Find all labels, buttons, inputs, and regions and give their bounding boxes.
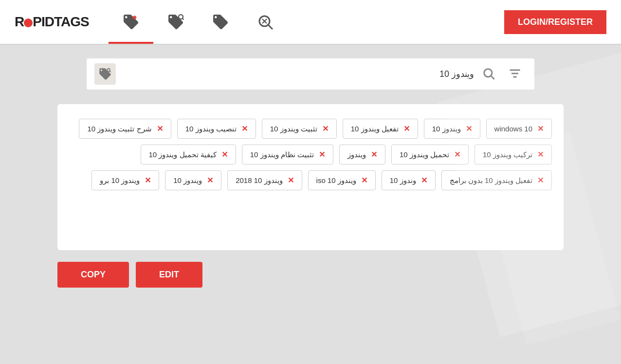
tag-item[interactable]: ✕ويندوز 10 <box>165 170 221 190</box>
tag-label: ويندوز 10 <box>173 176 202 185</box>
action-buttons: COPY EDIT <box>57 262 564 288</box>
tags-grid: ✕windows 10✕ويندوز 10✕تفعيل ويندوز 10✕تث… <box>69 119 552 190</box>
tag-remove-icon[interactable]: ✕ <box>403 124 410 133</box>
tag-label: تثبيت ويندوز 10 <box>270 125 317 133</box>
tag-item[interactable]: ✕تفعيل ويندوز 10 <box>343 119 418 139</box>
tag-item[interactable]: ✕تحميل ويندوز 10 <box>391 145 469 164</box>
tag-label: windows 10 <box>494 125 532 133</box>
tag-label: تحميل ويندوز 10 <box>400 150 449 159</box>
svg-point-8 <box>484 69 492 76</box>
tag-item[interactable]: ✕وندوز 10 <box>382 170 436 190</box>
tag-label: تفعيل ويندوز 10 <box>351 125 399 133</box>
nav-item-tag-generator[interactable] <box>109 0 153 44</box>
svg-point-0 <box>132 16 136 19</box>
tag-remove-icon[interactable]: ✕ <box>207 176 213 185</box>
tag-remove-icon[interactable]: ✕ <box>322 124 329 133</box>
main-content: ✕windows 10✕ويندوز 10✕تفعيل ويندوز 10✕تث… <box>0 44 621 364</box>
svg-text:↑: ↑ <box>222 16 224 21</box>
tag-label: وندوز 10 <box>390 176 416 185</box>
nav-item-tag-rank[interactable]: ↑ <box>198 0 243 44</box>
tag-item[interactable]: ✕تركيب ويندوز 10 <box>475 145 552 164</box>
tag-item[interactable]: ✕ويندوز 10 2018 <box>227 170 302 190</box>
tag-label: ويندوز <box>347 150 366 159</box>
tag-item[interactable]: ✕تثبيت ويندوز 10 <box>262 119 337 139</box>
tag-remove-icon[interactable]: ✕ <box>319 150 325 159</box>
tag-remove-icon[interactable]: ✕ <box>421 176 427 185</box>
tag-label: ويندوز 10 iso <box>316 176 356 185</box>
tag-item[interactable]: ✕windows 10 <box>486 119 552 139</box>
tag-remove-icon[interactable]: ✕ <box>466 124 472 133</box>
tag-label: كيفية تحميل ويندوز 10 <box>149 150 217 159</box>
tag-remove-icon[interactable]: ✕ <box>288 176 294 185</box>
svg-line-9 <box>491 76 494 79</box>
logo: RPIDTAGS <box>15 14 89 30</box>
tag-label: ويندوز 10 <box>432 125 461 133</box>
tag-label: تركيب ويندوز 10 <box>483 150 532 159</box>
tag-item[interactable]: ✕تثبيت نظام ويندوز 10 <box>242 145 333 164</box>
tag-remove-icon[interactable]: ✕ <box>221 150 228 159</box>
tag-item[interactable]: ✕ويندوز 10 iso <box>308 170 376 190</box>
tag-remove-icon[interactable]: ✕ <box>537 176 544 185</box>
tag-label: ويندوز 10 2018 <box>236 176 282 185</box>
tag-remove-icon[interactable]: ✕ <box>371 150 377 159</box>
tag-item[interactable]: ✕ويندوز 10 برو <box>91 170 159 190</box>
svg-line-7 <box>110 71 110 72</box>
search-bar <box>87 58 534 90</box>
tag-label: ويندوز 10 برو <box>100 176 140 185</box>
tag-item[interactable]: ✕تنصيب ويندوز 10 <box>177 119 256 139</box>
login-register-button[interactable]: LOGIN/REGISTER <box>504 10 606 34</box>
header: RPIDTAGS ↑ <box>0 0 621 44</box>
tag-item[interactable]: ✕ويندوز <box>339 145 385 164</box>
edit-button[interactable]: EDIT <box>136 262 202 288</box>
tag-remove-icon[interactable]: ✕ <box>145 176 151 185</box>
tag-remove-icon[interactable]: ✕ <box>361 176 367 185</box>
tag-item[interactable]: ✕كيفية تحميل ويندوز 10 <box>141 145 236 164</box>
search-button[interactable] <box>480 65 497 84</box>
tag-remove-icon[interactable]: ✕ <box>537 124 544 133</box>
tag-item[interactable]: ✕تفعيل ويندوز 10 بدون برامج <box>441 170 552 190</box>
filter-button[interactable] <box>503 65 527 84</box>
logo-icon <box>24 18 33 27</box>
nav-item-tag-extractor[interactable] <box>153 0 198 44</box>
tag-remove-icon[interactable]: ✕ <box>157 124 163 133</box>
tag-label: تفعيل ويندوز 10 بدون برامج <box>450 176 532 185</box>
search-input[interactable] <box>122 69 474 79</box>
nav-item-search-rank[interactable] <box>243 0 288 44</box>
tag-remove-icon[interactable]: ✕ <box>454 150 460 159</box>
tag-label: تثبيت نظام ويندوز 10 <box>250 150 314 159</box>
tags-container: ✕windows 10✕ويندوز 10✕تفعيل ويندوز 10✕تث… <box>57 104 564 250</box>
search-mode-icon[interactable] <box>94 63 116 85</box>
tag-item[interactable]: ✕ويندوز 10 <box>424 119 480 139</box>
nav: ↑ <box>109 0 504 44</box>
tag-label: شرح تثبيت ويندوز 10 <box>87 125 151 133</box>
svg-point-6 <box>107 69 110 72</box>
tag-remove-icon[interactable]: ✕ <box>537 150 544 159</box>
svg-line-2 <box>182 18 183 20</box>
svg-line-5 <box>268 25 272 29</box>
copy-button[interactable]: COPY <box>57 262 129 288</box>
tag-item[interactable]: ✕شرح تثبيت ويندوز 10 <box>79 119 171 139</box>
tag-remove-icon[interactable]: ✕ <box>241 124 248 133</box>
tag-label: تنصيب ويندوز 10 <box>185 125 237 133</box>
